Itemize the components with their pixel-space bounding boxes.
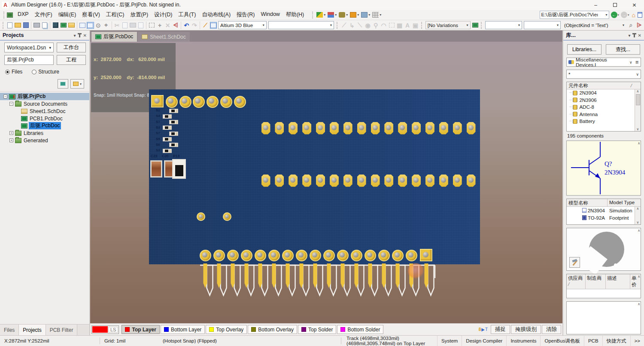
- pad-mid2-8[interactable]: [371, 175, 380, 187]
- project-button[interactable]: 工程: [57, 55, 86, 65]
- pad-mid2-13[interactable]: [439, 175, 448, 187]
- paste-button[interactable]: [129, 22, 136, 29]
- pcb-document-button[interactable]: [60, 22, 67, 29]
- pad-mid1-7[interactable]: [357, 122, 366, 135]
- route-tool-button[interactable]: ▾: [350, 12, 359, 18]
- pad-top-3[interactable]: [207, 96, 219, 108]
- layer-tab-4[interactable]: Top Solder: [298, 325, 336, 334]
- back-button[interactable]: ←: [611, 12, 617, 18]
- close-button[interactable]: ✕: [625, 0, 644, 10]
- pad-bottom-10[interactable]: [337, 250, 349, 261]
- pad-mid2-9[interactable]: [384, 175, 393, 187]
- tree-item-4[interactable]: 后驱.PcbDoc: [0, 122, 89, 129]
- place-string-button[interactable]: A: [404, 22, 411, 29]
- deselect-button[interactable]: ✕: [164, 22, 171, 29]
- pad-mid1-0[interactable]: [261, 122, 270, 135]
- forward-dropdown-icon[interactable]: ▾: [628, 13, 629, 17]
- scroll-up-icon[interactable]: ∧: [637, 89, 639, 93]
- pad-bottom-12[interactable]: [365, 250, 376, 261]
- pad-bottom-8[interactable]: [310, 250, 321, 261]
- layer-tab-3[interactable]: Bottom Overlay: [248, 325, 297, 334]
- open-document-icon[interactable]: [638, 12, 642, 18]
- layer-tab-5[interactable]: Bottom Solder: [337, 325, 383, 334]
- pad-mid2-15[interactable]: [467, 175, 476, 187]
- menu-item-6[interactable]: 设计(D): [151, 10, 175, 20]
- menu-item-2[interactable]: 编辑(E): [55, 10, 79, 20]
- search-button[interactable]: 查找...: [606, 44, 640, 55]
- pad-lone-1[interactable]: [223, 212, 231, 221]
- pad-bottom-3[interactable]: [241, 250, 252, 261]
- status-tab-6[interactable]: >>: [630, 336, 644, 346]
- zoom-area-button[interactable]: [87, 22, 94, 29]
- status-tab-3[interactable]: OpenBus调色板: [540, 336, 583, 346]
- menu-item-7[interactable]: 工具(T): [175, 10, 199, 20]
- minimize-button[interactable]: –: [586, 0, 605, 10]
- pad-mid2-11[interactable]: [412, 175, 421, 187]
- resistor-2[interactable]: [169, 120, 178, 124]
- menu-item-5[interactable]: 放置(P): [127, 10, 151, 20]
- documents-folder-button[interactable]: [68, 22, 75, 29]
- place-array-button[interactable]: ▦: [396, 22, 403, 29]
- status-tab-5[interactable]: 快捷方式: [602, 336, 630, 346]
- status-tab-2[interactable]: Instruments: [506, 336, 540, 346]
- workspace-button[interactable]: 工作台: [57, 43, 86, 52]
- pad-mid1-9[interactable]: [384, 122, 393, 135]
- pad-bottom-14[interactable]: [392, 250, 404, 261]
- status-tab-1[interactable]: Design Compiler: [462, 336, 506, 346]
- maximize-button[interactable]: [605, 0, 625, 10]
- mask-button-1[interactable]: 掩膜级别: [511, 325, 541, 334]
- pad-mid1-2[interactable]: [289, 122, 298, 135]
- component-row-1[interactable]: ┄ 2N3906: [567, 97, 641, 104]
- layer-tab-1[interactable]: Bottom Layer: [161, 325, 205, 334]
- menu-item-4[interactable]: 工程(C): [103, 10, 127, 20]
- home-button[interactable]: ⌂: [632, 12, 635, 18]
- select-area-button[interactable]: [148, 22, 155, 29]
- resistor-6[interactable]: [169, 143, 178, 147]
- pad-bottom-15[interactable]: [406, 250, 417, 261]
- pad-bottom-2[interactable]: [227, 250, 239, 261]
- grid-settings-button[interactable]: ▾: [372, 12, 381, 18]
- component-p13[interactable]: [172, 159, 186, 179]
- tree-expander-icon[interactable]: −: [3, 95, 7, 98]
- component-row-4[interactable]: ┄ Battery: [567, 118, 641, 125]
- panel-close-icon[interactable]: ✕: [83, 33, 87, 38]
- document-path-combo[interactable]: E:\后驱\后驱.PcbDoc?Vieı ▾: [540, 11, 609, 19]
- tree-expander-icon[interactable]: +: [9, 131, 13, 135]
- copy-button[interactable]: [122, 22, 128, 29]
- project-field[interactable]: 后驱.PrjPcb: [4, 55, 54, 65]
- panel-menu-icon[interactable]: ▾: [74, 33, 76, 38]
- pin-icon[interactable]: [79, 34, 80, 37]
- pad-mid2-1[interactable]: [275, 175, 284, 187]
- panel-menu-icon[interactable]: ▾: [629, 33, 631, 38]
- clear-filter-button[interactable]: ⩤: [172, 22, 179, 29]
- print-preview-button[interactable]: [41, 22, 48, 29]
- library-list-icon[interactable]: ≣: [635, 60, 639, 64]
- component-list-header[interactable]: 元件名称 /: [567, 82, 641, 89]
- menu-item-9[interactable]: 报告(R): [234, 10, 258, 20]
- measure-tool-button[interactable]: ▾: [316, 12, 325, 18]
- objectkind-combo[interactable]: (ObjectKind = 'Text') ▾: [562, 21, 626, 29]
- resistor-4[interactable]: [169, 132, 178, 136]
- pad-lone-0[interactable]: [197, 212, 205, 221]
- place-route-button[interactable]: ↳: [349, 22, 355, 29]
- menu-item-3[interactable]: 察看(V): [79, 10, 103, 20]
- pad-bottom-11[interactable]: [351, 250, 362, 261]
- mask-mode-icon[interactable]: 8▶T: [477, 327, 490, 332]
- pad-bottom-4[interactable]: [255, 250, 266, 261]
- pad-mid1-3[interactable]: [302, 122, 311, 135]
- capacitor-c23[interactable]: [150, 160, 162, 178]
- save-button[interactable]: [22, 22, 29, 29]
- rebuild-3d-button[interactable]: [569, 257, 580, 268]
- pad-bottom-1[interactable]: [213, 250, 225, 261]
- pcb-board[interactable]: S2S4S7S3S7S5S6S3C23C20P13: [149, 89, 480, 264]
- supplier-col-2[interactable]: 描述: [606, 274, 630, 289]
- pad-mid1-4[interactable]: [316, 122, 325, 135]
- pad-mid2-4[interactable]: [316, 175, 325, 187]
- back-dropdown-icon[interactable]: ▾: [618, 13, 620, 17]
- mask-button-0[interactable]: 捕捉: [491, 325, 510, 334]
- tree-expander-icon[interactable]: +: [9, 138, 13, 142]
- print-button[interactable]: [33, 22, 40, 29]
- forward-button[interactable]: →: [621, 12, 627, 18]
- place-line-button[interactable]: ⟋: [340, 22, 347, 29]
- variant-pcb-button[interactable]: [472, 22, 479, 29]
